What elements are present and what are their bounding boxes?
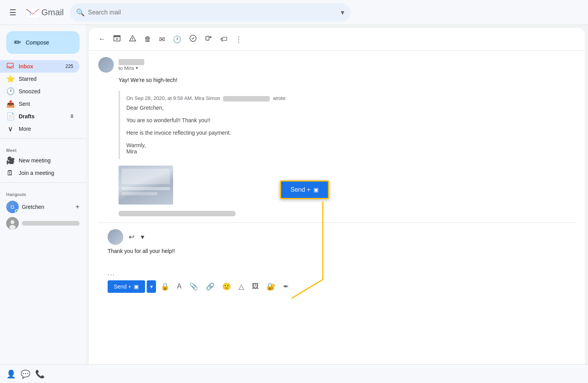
contacts-icon[interactable]: 👤 [6,369,16,379]
search-input[interactable] [88,9,338,16]
blurred-bar-1 [119,211,236,216]
search-icon: 🔍 [76,8,85,17]
phone-icon[interactable]: 📞 [35,369,45,379]
sidebar-divider-2 [0,182,86,183]
lock-button[interactable]: 🔐 [264,280,278,293]
sent-icon: 📤 [6,100,14,108]
back-button[interactable]: ← [95,32,108,46]
attachment-area [119,166,555,205]
add-hangout-icon[interactable]: + [75,203,80,211]
reply-sender-avatar [108,229,123,245]
blurred-content-area [119,211,555,216]
emoji-button[interactable]: 🙂 [219,280,234,293]
snooze-button[interactable]: 🕐 [170,32,184,47]
online-status-dot [15,209,19,213]
quoted-line1: You are so wonderful!! Thank you!! [126,117,549,123]
sidebar-item-sent[interactable]: 📤 Sent [0,98,80,110]
compose-button[interactable]: ✏ Compose [6,31,80,54]
to-dropdown-icon[interactable]: ▾ [136,65,138,71]
quoted-email-redacted [223,96,270,102]
report-button[interactable] [126,31,140,47]
reply-header: ↩ ▾ [108,229,566,245]
compose-label: Compose [26,39,49,46]
sidebar-item-join-meeting[interactable]: 🗓 Join a meeting [0,167,80,179]
inbox-label: Inbox [19,63,61,69]
drafts-icon: 📄 [6,112,14,121]
confidential-button[interactable]: 🔒 [158,280,172,293]
quoted-section: On Sep 28, 2020, at 9:58 AM, Mira Simon … [119,91,555,159]
attachment-thumbnail [119,166,173,205]
snoozed-label: Snoozed [19,88,73,94]
attach-button[interactable]: 📎 [186,280,201,293]
compose-plus-icon: ✏ [14,37,21,48]
delete-button[interactable]: 🗑 [141,32,154,46]
hangouts-user-row[interactable]: G Gretchen + [0,198,86,216]
move-button[interactable] [202,31,216,47]
bottom-bar: 👤 💬 📞 [0,364,588,383]
quoted-wrote: wrote: [273,95,287,101]
main-layout: ✏ Compose Inbox 225 ⭐ Starred 🕐 Snoozed … [0,25,588,364]
link-button[interactable]: 🔗 [203,280,218,293]
sidebar-item-inbox[interactable]: Inbox 225 [0,60,80,73]
chat-icon[interactable]: 💬 [21,369,30,379]
email-content: ← 🗑 ✉ 🕐 🏷 ⋮ [89,28,585,364]
sidebar-item-starred[interactable]: ⭐ Starred [0,73,80,85]
email-meta: to Mira ▾ [119,59,144,71]
label-button[interactable]: 🏷 [217,32,230,46]
hangouts-contact-avatar [6,217,19,230]
inbox-icon [6,62,14,71]
archive-button[interactable] [110,31,124,47]
more-options-button[interactable]: ⋮ [232,32,245,47]
email-body: Yay! We're so high-tech! [119,76,576,84]
quoted-header: On Sep 28, 2020, at 9:58 AM, Mira Simon … [126,95,549,102]
subject-redacted [119,59,144,65]
sidebar-divider-1 [0,138,86,139]
email-thread: to Mira ▾ Yay! We're so high-tech! On Se… [89,51,585,364]
quoted-warmly: Warmly, [126,142,549,148]
hangouts-section-title: Hangouts [0,186,86,198]
quoted-date: On Sep 28, 2020, at 9:58 AM, Mira Simon [126,95,220,101]
reply-dots: ... [108,270,566,277]
reply-button[interactable]: ↩ [126,231,137,243]
join-meeting-label: Join a meeting [19,170,73,176]
task-button[interactable] [186,31,200,47]
signature-button[interactable]: ✒ [280,280,292,293]
starred-label: Starred [19,76,73,82]
topbar: ☰ Gmail 🔍 ▾ [0,0,588,25]
sidebar-item-snoozed[interactable]: 🕐 Snoozed [0,85,80,98]
send-drive-icon: ▣ [134,283,139,290]
email-button[interactable]: ✉ [156,32,168,47]
formatting-button[interactable]: A [174,280,185,293]
gmail-m-svg [26,7,40,18]
search-bar[interactable]: 🔍 ▾ [70,4,351,21]
sent-label: Sent [19,101,73,107]
more-label: More [19,126,73,132]
hangouts-user-avatar: G [6,201,19,213]
sidebar-item-new-meeting[interactable]: 🎥 New meeting [0,154,80,167]
photo-button[interactable]: 🖼 [249,280,262,293]
quoted-line2: Here is the invoice reflecting your paym… [126,130,549,136]
compose-send-button[interactable]: Send + ▣ [108,280,145,293]
quoted-dear: Dear Gretchen, [126,105,549,111]
reply-dropdown-button[interactable]: ▾ [138,231,147,243]
drive-button[interactable]: △ [236,280,247,293]
quoted-mira: Mira [126,148,549,155]
menu-icon[interactable]: ☰ [6,5,19,20]
gmail-logo: Gmail [26,7,64,18]
hangouts-contact-row[interactable] [0,216,86,231]
send-dropdown-button[interactable]: ▾ [147,280,156,293]
reply-body[interactable]: Thank you for all your help!! [108,248,566,267]
reply-actions: ↩ ▾ [126,231,147,243]
search-dropdown-icon[interactable]: ▾ [341,8,344,17]
svg-rect-12 [206,36,209,40]
reply-text: Thank you for all your help!! [108,248,175,254]
email-greeting: Yay! We're so high-tech! [119,76,576,84]
email-toolbar: ← 🗑 ✉ 🕐 🏷 ⋮ [89,28,585,51]
sidebar: ✏ Compose Inbox 225 ⭐ Starred 🕐 Snoozed … [0,25,86,364]
sidebar-item-more[interactable]: ∨ More [0,123,80,135]
snoozed-icon: 🕐 [6,87,14,96]
starred-icon: ⭐ [6,75,14,83]
sender-avatar [98,57,114,73]
email-header-row: to Mira ▾ [98,57,576,73]
sidebar-item-drafts[interactable]: 📄 Drafts 8 [0,110,80,123]
